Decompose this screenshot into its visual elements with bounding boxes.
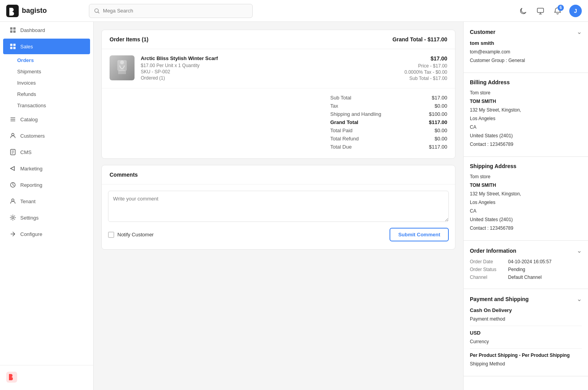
order-items-title: Order Items (1) [110,36,149,43]
sidebar-item-catalog[interactable]: Catalog [3,112,90,127]
sidebar-item-tenant[interactable]: Tenant [3,193,90,209]
sidebar-item-cms[interactable]: CMS [3,144,90,160]
svg-rect-5 [10,30,12,33]
svg-rect-10 [13,47,16,49]
order-information-title: Order Information [470,248,516,254]
sidebar-item-marketing-label: Marketing [20,166,43,172]
product-sku: SKU - SP-002 [141,69,379,74]
search-bar[interactable] [89,4,253,18]
product-prices: $17.00 Price - $17.00 0.0000% Tax - $0.0… [385,55,447,82]
shipping-state: CA [470,208,582,214]
totals-row-grand-total: Grand Total $117.00 [110,119,447,125]
channel-label: Channel [470,275,505,280]
customer-section-header: Customer ⌄ [470,28,582,35]
tax-label: Tax [330,103,408,109]
payment-shipping-chevron-icon[interactable]: ⌄ [577,295,582,303]
svg-rect-3 [10,27,12,30]
notify-customer-checkbox-label[interactable]: Notify Customer [108,232,154,238]
notification-badge: 6 [558,5,564,11]
customer-email: tom@example.com [470,49,582,55]
product-ordered: Ordered (1) [141,75,379,81]
totals-row-tax: Tax $0.00 [110,103,447,109]
sidebar-item-reporting[interactable]: Reporting [3,177,90,193]
sidebar: Dashboard Sales Orders Shipments Invoice… [0,22,94,390]
screen-icon-button[interactable] [535,5,546,16]
svg-rect-7 [10,44,12,46]
sidebar-item-dashboard[interactable]: Dashboard [3,22,90,38]
customer-name: tom smith [470,40,582,46]
order-items-header: Order Items (1) Grand Total - $117.00 [102,30,455,49]
divider-1 [470,326,582,326]
order-date-value: 04-10-2024 16:05:57 [508,259,551,264]
payment-shipping-header: Payment and Shipping ⌄ [470,295,582,303]
search-input[interactable] [103,8,248,14]
sidebar-item-invoices[interactable]: Invoices [17,77,93,89]
sidebar-item-orders[interactable]: Orders [17,55,93,66]
tax-value: $0.00 [408,103,447,109]
order-info-chevron-icon[interactable]: ⌄ [577,247,582,254]
sidebar-item-marketing[interactable]: Marketing [3,161,90,176]
comment-textarea[interactable] [108,191,449,222]
moon-icon-button[interactable] [518,5,529,16]
product-info: Arctic Bliss Stylish Winter Scarf $17.00… [141,55,379,82]
sidebar-item-customers-label: Customers [20,133,45,139]
order-status-label: Order Status [470,267,505,272]
billing-address-section: Billing Address Tom store TOM SMITH 132 … [464,73,588,157]
sidebar-item-shipments[interactable]: Shipments [17,66,93,77]
comments-header: Comments [102,165,455,184]
channel-value: Default Channel [508,275,542,280]
sidebar-item-cms-label: CMS [20,149,32,155]
sidebar-item-sales-label: Sales [20,44,33,50]
billing-state: CA [470,124,582,130]
svg-point-15 [12,217,14,219]
svg-point-14 [12,199,14,201]
layout: Dashboard Sales Orders Shipments Invoice… [0,22,588,390]
customer-section-title: Customer [470,29,495,35]
bottom-logo-icon [6,372,17,383]
sidebar-item-customers[interactable]: Customers [3,128,90,144]
order-status-row: Order Status Pending [470,267,582,272]
paid-label: Total Paid [330,128,408,133]
totals-row-refund: Total Refund $0.00 [110,136,447,142]
svg-rect-2 [537,8,544,12]
billing-street: 132 My Street, Kingston, [470,107,582,113]
svg-rect-9 [10,47,12,49]
grand-total-value: $117.00 [408,119,447,125]
order-information-header: Order Information ⌄ [470,247,582,254]
totals-section: Sub Total $17.00 Tax $0.00 Shipping and … [102,89,455,158]
sidebar-item-configure[interactable]: Configure [3,226,90,242]
product-image [110,55,135,80]
billing-address-header: Billing Address [470,79,582,85]
submit-comment-button[interactable]: Submit Comment [390,228,449,241]
customers-icon [9,132,16,139]
currency-label: Currency [470,339,582,344]
comment-footer: Notify Customer Submit Comment [108,223,449,243]
totals-row-due: Total Due $117.00 [110,144,447,150]
sidebar-item-settings[interactable]: Settings [3,210,90,225]
settings-icon [9,214,16,221]
comments-title: Comments [110,172,138,178]
customer-chevron-icon[interactable]: ⌄ [577,28,582,35]
order-status-value: Pending [508,267,525,272]
sidebar-item-refunds[interactable]: Refunds [17,89,93,100]
totals-row-subtotal: Sub Total $17.00 [110,95,447,101]
notification-bell-button[interactable]: 6 [552,5,563,16]
avatar[interactable]: J [569,5,582,17]
shipping-method-label: Shipping Method [470,361,582,367]
due-value: $117.00 [408,144,447,150]
sales-icon [9,43,16,50]
grand-total-header: Grand Total - $117.00 [392,36,447,43]
grand-total-label: Grand Total [330,119,408,125]
logo[interactable]: bagisto [6,5,84,17]
product-price-per-unit: $17.00 Per Unit x 1 Quantity [141,63,379,68]
product-name: Arctic Bliss Stylish Winter Scarf [141,55,379,61]
notify-customer-checkbox[interactable] [108,232,114,238]
tenant-icon [9,198,16,205]
totals-row-shipping: Shipping and Handling $100.00 [110,111,447,117]
billing-address-title: Billing Address [470,79,510,85]
billing-store: Tom store [470,90,582,96]
sidebar-item-configure-label: Configure [20,231,42,237]
sidebar-item-transactions[interactable]: Transactions [17,100,93,111]
sidebar-item-sales[interactable]: Sales [3,39,90,54]
totals-row-paid: Total Paid $0.00 [110,128,447,133]
